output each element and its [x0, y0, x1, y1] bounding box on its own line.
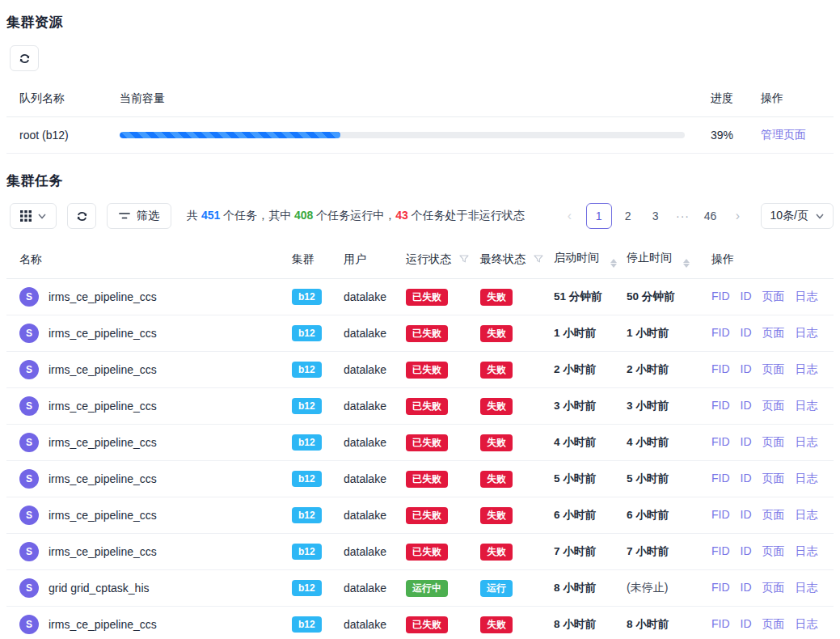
op-link-[interactable]: 页面 [762, 581, 785, 594]
avatar: S [19, 542, 39, 561]
op-link-[interactable]: 页面 [762, 290, 785, 303]
refresh-resources-button[interactable] [10, 45, 39, 71]
op-link-id[interactable]: ID [741, 326, 752, 339]
op-link-[interactable]: 日志 [796, 290, 818, 303]
op-link-id[interactable]: ID [741, 362, 752, 375]
op-link-[interactable]: 页面 [762, 435, 785, 448]
col-progress: 进度 [698, 81, 748, 117]
op-link-[interactable]: 页面 [762, 508, 785, 521]
cluster-tag: b12 [292, 434, 322, 451]
col-run-status: 运行状态 [393, 240, 467, 279]
op-link-fid[interactable]: FID [711, 472, 730, 485]
tasks-header-row: 名称 集群 用户 运行状态 最终状态 启动时间 停止时间 操作 [6, 240, 834, 279]
user-cell: datalake [331, 279, 393, 315]
op-link-[interactable]: 日志 [796, 435, 818, 448]
op-link-[interactable]: 日志 [796, 326, 818, 339]
op-link-[interactable]: 日志 [796, 472, 818, 485]
op-link-fid[interactable]: FID [711, 435, 730, 448]
chevron-down-icon [38, 214, 46, 219]
op-link-id[interactable]: ID [741, 581, 752, 594]
non-running-tasks-count: 43 [395, 209, 408, 222]
op-link-id[interactable]: ID [741, 435, 752, 448]
op-link-[interactable]: 页面 [762, 362, 785, 375]
sort-icon[interactable] [683, 259, 690, 268]
cluster-tasks-table: 名称 集群 用户 运行状态 最终状态 启动时间 停止时间 操作 Sirms_ce… [6, 240, 834, 639]
filter-funnel-icon[interactable] [534, 255, 543, 264]
filter-funnel-icon[interactable] [459, 255, 469, 264]
cluster-tag: b12 [292, 580, 322, 596]
user-cell: datalake [331, 534, 393, 570]
op-link-fid[interactable]: FID [711, 581, 730, 594]
page-ellipsis: ··· [672, 204, 694, 228]
op-link-id[interactable]: ID [741, 508, 752, 521]
column-settings-button[interactable] [10, 203, 57, 229]
resources-toolbar [10, 45, 834, 71]
row-actions: FIDID页面日志 [699, 497, 834, 534]
refresh-tasks-button[interactable] [67, 203, 96, 229]
op-link-[interactable]: 日志 [796, 362, 818, 375]
op-link-[interactable]: 页面 [762, 472, 785, 485]
prev-page-button[interactable]: ‹ [559, 204, 581, 228]
avatar: S [19, 324, 39, 343]
op-link-id[interactable]: ID [741, 290, 752, 303]
task-name: irms_ce_pipeline_ccs [49, 290, 157, 303]
op-link-id[interactable]: ID [741, 472, 752, 485]
run-status-badge: 运行中 [406, 580, 448, 597]
op-link-id[interactable]: ID [741, 617, 752, 630]
manage-page-link[interactable]: 管理页面 [761, 128, 806, 141]
page-button-3[interactable]: 3 [644, 204, 667, 228]
op-link-fid[interactable]: FID [711, 617, 730, 630]
op-link-[interactable]: 页面 [762, 326, 785, 339]
run-status-badge: 已失败 [406, 398, 448, 415]
stop-time: 8 小时前 [614, 607, 699, 639]
op-link-[interactable]: 日志 [796, 399, 818, 412]
op-link-[interactable]: 页面 [762, 544, 785, 557]
op-link-fid[interactable]: FID [711, 326, 730, 339]
total-tasks-count: 451 [201, 209, 220, 222]
user-cell: datalake [331, 497, 393, 534]
avatar: S [19, 506, 39, 525]
op-link-[interactable]: 页面 [762, 617, 785, 630]
op-link-[interactable]: 日志 [796, 581, 818, 594]
op-link-fid[interactable]: FID [711, 290, 730, 303]
page-button-46[interactable]: 46 [699, 204, 722, 228]
grid-icon [20, 210, 32, 222]
op-link-fid[interactable]: FID [711, 362, 730, 375]
refresh-icon [19, 53, 31, 65]
op-link-fid[interactable]: FID [711, 508, 730, 521]
op-link-[interactable]: 日志 [796, 544, 818, 557]
sort-icon[interactable] [610, 259, 617, 268]
op-link-fid[interactable]: FID [711, 399, 730, 412]
table-row: Sirms_ce_pipeline_ccs b12 datalake 已失败 失… [6, 315, 834, 352]
op-link-[interactable]: 页面 [762, 399, 785, 412]
op-link-fid[interactable]: FID [711, 544, 730, 557]
op-link-[interactable]: 日志 [796, 617, 818, 630]
op-link-[interactable]: 日志 [796, 508, 818, 521]
cluster-tag: b12 [292, 507, 322, 523]
table-row: Sirms_ce_pipeline_ccs b12 datalake 已失败 失… [6, 279, 834, 315]
next-page-button[interactable]: › [727, 204, 749, 228]
col-name: 名称 [6, 240, 279, 279]
col-final-status: 最终状态 [467, 240, 541, 279]
final-status-badge: 失败 [480, 507, 513, 524]
avatar: S [19, 360, 39, 379]
op-link-id[interactable]: ID [741, 399, 752, 412]
task-name: grid grid_cptask_his [49, 582, 150, 595]
filter-button[interactable]: 筛选 [107, 203, 171, 229]
page-button-2[interactable]: 2 [617, 204, 639, 228]
task-name: irms_ce_pipeline_ccs [49, 327, 157, 340]
table-row: Sirms_ce_pipeline_ccs b12 datalake 已失败 失… [6, 461, 834, 497]
row-actions: FIDID页面日志 [699, 279, 834, 315]
avatar: S [19, 469, 39, 489]
tasks-summary: 共 451 个任务，其中 408 个任务运行中，43 个任务处于非运行状态 [187, 209, 525, 223]
final-status-badge: 失败 [480, 398, 513, 415]
row-actions: FIDID页面日志 [699, 315, 834, 352]
col-cluster: 集群 [279, 240, 331, 279]
run-status-badge: 已失败 [406, 289, 448, 306]
filter-button-label: 筛选 [137, 209, 159, 223]
pagination-top: ‹123···46›10条/页 [559, 203, 834, 229]
op-link-id[interactable]: ID [741, 544, 752, 557]
cluster-tag: b12 [292, 544, 322, 560]
page-button-1[interactable]: 1 [586, 203, 612, 229]
page-size-select[interactable]: 10条/页 [761, 203, 834, 229]
